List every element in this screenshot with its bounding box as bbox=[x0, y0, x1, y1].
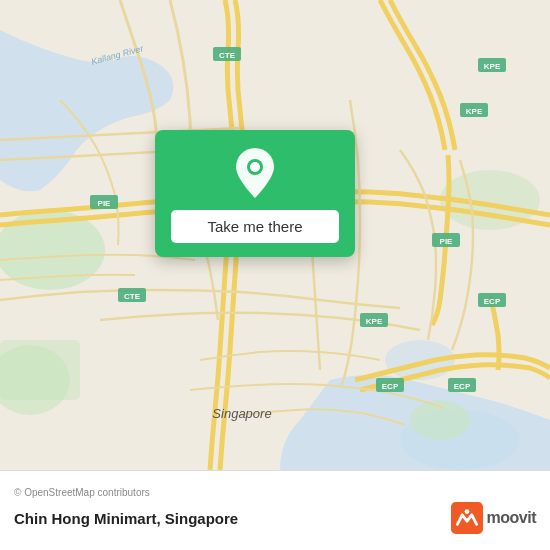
svg-text:PIE: PIE bbox=[440, 237, 454, 246]
svg-text:ECP: ECP bbox=[454, 382, 471, 391]
popup-card: Take me there bbox=[155, 130, 355, 257]
svg-point-35 bbox=[464, 509, 469, 514]
svg-text:Singapore: Singapore bbox=[212, 406, 271, 421]
map-container: CTE CTE KPE KPE KPE PIE PIE PIE ECP ECP … bbox=[0, 0, 550, 470]
svg-text:KPE: KPE bbox=[366, 317, 383, 326]
svg-rect-5 bbox=[0, 340, 80, 400]
moovit-text-label: moovit bbox=[487, 509, 536, 527]
svg-text:CTE: CTE bbox=[124, 292, 141, 301]
take-me-there-button[interactable]: Take me there bbox=[171, 210, 339, 243]
svg-text:CTE: CTE bbox=[219, 51, 236, 60]
svg-point-33 bbox=[250, 162, 260, 172]
location-pin-icon bbox=[228, 146, 282, 200]
svg-text:PIE: PIE bbox=[98, 199, 112, 208]
place-name: Chin Hong Minimart, Singapore bbox=[14, 510, 238, 527]
map-attribution: © OpenStreetMap contributors bbox=[14, 487, 536, 498]
svg-text:KPE: KPE bbox=[484, 62, 501, 71]
moovit-icon bbox=[451, 502, 483, 534]
bottom-bar: © OpenStreetMap contributors Chin Hong M… bbox=[0, 470, 550, 550]
svg-text:ECP: ECP bbox=[484, 297, 501, 306]
svg-text:KPE: KPE bbox=[466, 107, 483, 116]
svg-rect-34 bbox=[451, 502, 483, 534]
svg-text:ECP: ECP bbox=[382, 382, 399, 391]
moovit-logo: moovit bbox=[451, 502, 536, 534]
place-info: Chin Hong Minimart, Singapore moovit bbox=[14, 502, 536, 534]
